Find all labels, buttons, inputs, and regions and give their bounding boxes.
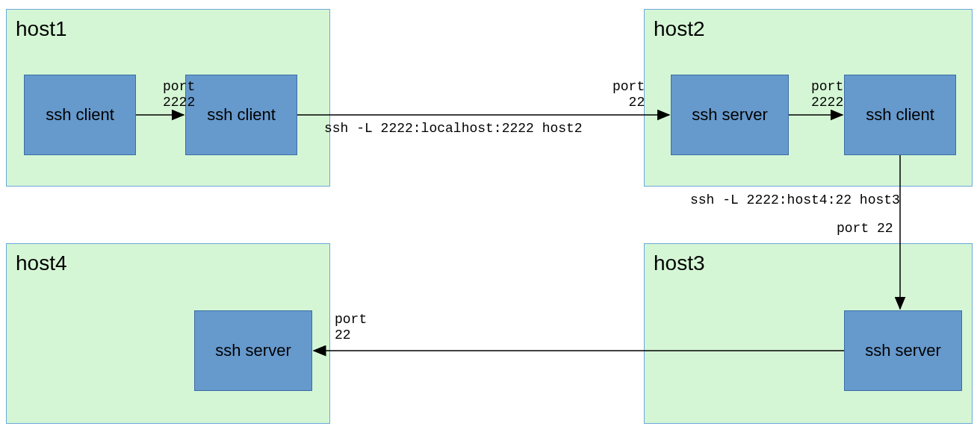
port-label-h4-22: port 22 (335, 312, 367, 342)
node-h2-ssh-client: ssh client (844, 75, 956, 155)
node-h4-ssh-server: ssh server (194, 310, 312, 391)
cmd-label-tunnel2: ssh -L 2222:host4:22 host3 (690, 192, 900, 208)
node-h2-ssh-server: ssh server (671, 75, 789, 155)
host-title-host1: host1 (16, 17, 67, 41)
host-title-host4: host4 (16, 251, 67, 275)
node-h1-ssh-client-a: ssh client (24, 75, 136, 155)
host-title-host2: host2 (654, 17, 705, 41)
diagram-canvas: host1 ssh client ssh client host2 ssh se… (0, 0, 980, 432)
port-label-h2-2222: port 2222 (811, 79, 843, 110)
host-title-host3: host3 (654, 251, 705, 275)
node-h1-ssh-client-b: ssh client (185, 75, 297, 155)
port-label-h2-22: port 22 (612, 79, 645, 110)
node-h3-ssh-server: ssh server (844, 310, 962, 391)
cmd-label-tunnel1: ssh -L 2222:localhost:2222 host2 (324, 121, 583, 137)
port-label-h3-22: port 22 (837, 221, 893, 237)
port-label-h1-2222: port 2222 (163, 79, 195, 110)
